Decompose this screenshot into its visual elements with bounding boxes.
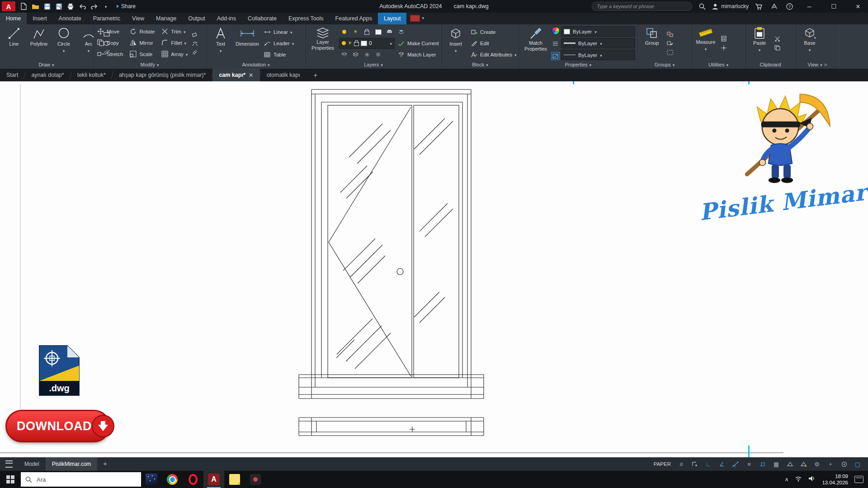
ribbon-tab-output[interactable]: Output [182, 13, 211, 24]
action-center-icon[interactable] [854, 476, 863, 483]
create-block-button[interactable]: Create [469, 26, 518, 38]
color-dropdown[interactable]: ByLayer [561, 26, 635, 37]
base-button[interactable]: Base [798, 26, 821, 61]
copy-button[interactable]: Copy [95, 37, 124, 48]
network-icon[interactable] [795, 475, 802, 483]
circle-button[interactable]: Circle [52, 26, 75, 61]
offset-tool-icon[interactable] [191, 49, 199, 56]
annotation-visibility-icon[interactable] [786, 460, 794, 468]
help-icon[interactable]: ? [784, 1, 795, 11]
layer-select-combo[interactable]: ☀ 0 [339, 38, 395, 49]
match-layer-button[interactable]: Match Layer [396, 49, 440, 60]
selection-cycling-icon[interactable]: ▦ [772, 460, 780, 468]
panel-label-draw[interactable]: Draw [0, 61, 93, 69]
close-tab-icon[interactable]: ✕ [249, 72, 254, 79]
search-icon[interactable] [697, 1, 708, 11]
panel-label-block[interactable]: Block [442, 61, 519, 69]
text-button[interactable]: Text [209, 26, 232, 61]
move-button[interactable]: Move [95, 26, 124, 37]
table-button[interactable]: Table [262, 49, 295, 60]
trim-button[interactable]: Trim [160, 26, 189, 37]
isolate-objects-icon[interactable] [840, 460, 848, 468]
ribbon-tab-featured-apps[interactable]: Featured Apps [330, 13, 378, 24]
leader-button[interactable]: Leader [262, 38, 295, 49]
ribbon-tab-manage[interactable]: Manage [150, 13, 182, 24]
media-app-button[interactable] [245, 471, 266, 488]
layer-off-all-icon[interactable] [374, 51, 382, 58]
tray-expand-icon[interactable]: ∧ [785, 476, 789, 483]
panel-label-layers[interactable]: Layers [306, 61, 441, 69]
group-edit-icon[interactable] [666, 40, 674, 47]
layer-freeze-icon[interactable]: ☀ [352, 28, 359, 36]
chrome-button[interactable] [162, 471, 183, 488]
autodesk-access-icon[interactable] [769, 1, 779, 11]
qat-dropdown-caret-icon[interactable] [100, 1, 111, 11]
autoscale-icon[interactable] [799, 460, 807, 468]
annotation-plus-icon[interactable]: ＋ [826, 460, 835, 468]
volume-icon[interactable] [808, 475, 816, 483]
lineweight-display-icon[interactable]: ≡ [745, 460, 753, 468]
rotate-button[interactable]: Rotate [128, 26, 156, 37]
quick-calc-icon[interactable] [720, 35, 727, 42]
polyline-button[interactable]: Polyline [27, 26, 51, 61]
panel-label-modify[interactable]: Modify [93, 61, 206, 69]
keyword-search-input[interactable] [592, 2, 692, 11]
save-icon[interactable] [42, 1, 52, 11]
transparency-icon[interactable] [552, 52, 559, 60]
ribbon-tab-view[interactable]: View [126, 13, 150, 24]
ribbon-minimize-caret-icon[interactable] [422, 13, 424, 21]
id-point-icon[interactable] [720, 44, 727, 52]
taskbar-search[interactable] [21, 472, 141, 487]
opera-button[interactable] [183, 471, 203, 488]
file-tab-ahsap-kapi[interactable]: ahşap kapı görünüş (pislik mimar)* [113, 69, 212, 81]
file-tab-aynali-dolap[interactable]: aynalı dolap* [25, 69, 70, 81]
dimension-button[interactable]: Dimension [234, 26, 261, 61]
panel-label-properties[interactable]: Properties [519, 61, 637, 69]
osnap-icon[interactable] [731, 460, 740, 468]
ortho-icon[interactable]: ∟ [704, 460, 712, 468]
panel-label-clipboard[interactable]: Clipboard [745, 61, 795, 69]
measure-button[interactable]: Measure [694, 26, 717, 61]
close-button[interactable]: ✕ [848, 0, 868, 13]
autocad-taskbar-button[interactable]: A [203, 471, 224, 488]
edit-attributes-button[interactable]: Edit Attributes [469, 49, 518, 60]
layout-menu-icon[interactable] [5, 460, 13, 468]
group-selection-icon[interactable] [666, 49, 674, 56]
ribbon-tab-express-tools[interactable]: Express Tools [283, 13, 330, 24]
photo-window-button[interactable] [141, 471, 162, 488]
arc-dropdown-caret[interactable] [88, 48, 90, 54]
ribbon-tab-home[interactable]: Home [0, 13, 27, 24]
undo-icon[interactable] [77, 1, 88, 11]
layer-freeze-all-icon[interactable] [363, 51, 371, 58]
autocad-app-logo-icon[interactable]: A [2, 1, 15, 11]
group-button[interactable]: Group [640, 26, 664, 61]
minimize-button[interactable]: ─ [799, 0, 819, 13]
panel-label-groups[interactable]: Groups [638, 61, 691, 69]
panel-label-view[interactable]: View [796, 61, 839, 69]
scale-button[interactable]: Scale [128, 48, 156, 60]
file-tab-otomatik-kapi[interactable]: otomatik kapı [260, 69, 307, 81]
snap-icon[interactable] [691, 460, 699, 468]
new-tab-button[interactable]: ＋ [307, 69, 324, 81]
make-current-button[interactable]: Make Current [396, 38, 440, 49]
circle-dropdown-caret[interactable] [63, 48, 65, 54]
app-store-cart-icon[interactable] [753, 1, 764, 11]
taskbar-clock[interactable]: 18:09 13.04.2026 [822, 473, 848, 486]
linetype-dropdown[interactable]: ByLayer [561, 50, 635, 60]
maximize-button[interactable]: ☐ [824, 0, 844, 13]
file-tab-start[interactable]: Start [0, 69, 24, 81]
taskbar-search-input[interactable] [36, 476, 128, 483]
layer-plot-icon[interactable] [386, 28, 393, 36]
edit-block-button[interactable]: Edit [469, 38, 518, 49]
panel-label-annotation[interactable]: Annotation [207, 61, 305, 69]
color-wheel-icon[interactable] [552, 27, 560, 35]
ribbon-tab-parametric[interactable]: Parametric [87, 13, 126, 24]
redo-icon[interactable] [89, 1, 99, 11]
cut-icon[interactable] [774, 35, 781, 42]
layer-color-icon[interactable] [374, 28, 382, 36]
layer-isolate-icon[interactable] [340, 51, 348, 58]
layer-properties-button[interactable]: Layer Properties [308, 26, 338, 61]
start-button[interactable] [0, 471, 21, 488]
model-tab[interactable]: Model [18, 457, 46, 471]
lineweight-dropdown[interactable]: ByLayer [561, 38, 635, 48]
